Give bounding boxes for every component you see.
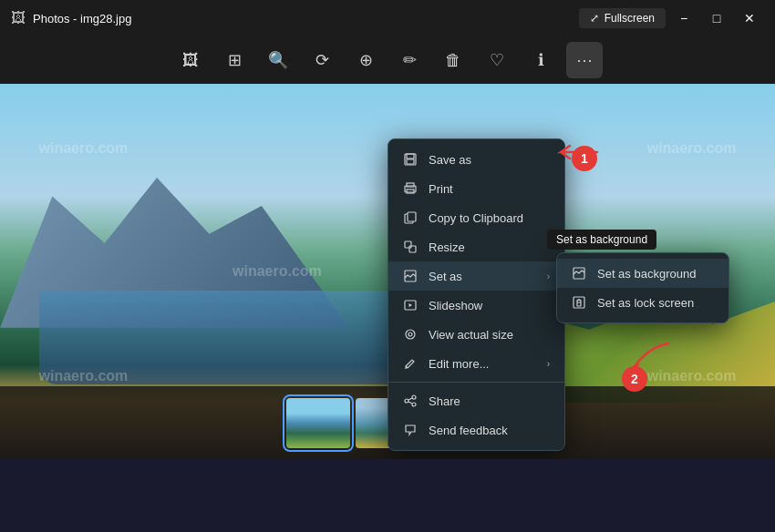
thumb-img-1 <box>286 398 350 448</box>
view-actual-icon <box>403 327 418 342</box>
title-bar-left: 🖼 Photos - img28.jpg <box>11 10 131 26</box>
menu-copy-clipboard[interactable]: Copy to Clipboard <box>388 203 564 232</box>
feedback-icon <box>403 423 418 437</box>
app-icon: 🖼 <box>11 10 26 26</box>
menu-slideshow[interactable]: Slideshow <box>388 291 564 320</box>
more-button[interactable]: ⋯ <box>566 42 603 78</box>
rotate-button[interactable]: ⟳ <box>304 42 340 78</box>
svg-rect-7 <box>408 212 416 221</box>
grid-button[interactable]: ⊞ <box>216 42 253 78</box>
step1-badge: 1 <box>572 146 597 171</box>
set-as-icon <box>403 269 418 283</box>
menu-view-actual[interactable]: View actual size <box>388 320 564 349</box>
tooltip-set-background: Set as background <box>547 230 656 250</box>
submenu-set-background[interactable]: Set as background <box>557 259 728 288</box>
clipboard-icon <box>403 210 418 225</box>
menu-print[interactable]: Print <box>388 174 564 203</box>
share-icon <box>403 394 418 408</box>
menu-resize[interactable]: Resize <box>388 232 564 261</box>
step2-badge: 2 <box>622 366 647 392</box>
close-button[interactable]: ✕ <box>735 5 764 31</box>
info-button[interactable]: ℹ <box>522 42 559 78</box>
svg-point-15 <box>405 399 408 403</box>
menu-share[interactable]: Share <box>388 386 564 415</box>
submenu: Set as background Set as lock screen <box>556 252 729 323</box>
menu-divider <box>388 382 564 383</box>
slideshow-icon <box>403 298 418 312</box>
crop-button[interactable]: ⊕ <box>347 42 384 78</box>
resize-icon <box>403 240 418 254</box>
toolbar: 🖼 ⊞ 🔍 ⟳ ⊕ ✏ 🗑 ♡ ℹ ⋯ <box>0 36 775 84</box>
print-icon <box>403 181 418 196</box>
svg-point-13 <box>408 332 412 336</box>
edit-icon <box>403 356 418 371</box>
title-bar-title: Photos - img28.jpg <box>33 12 131 26</box>
favorite-button[interactable]: ♡ <box>479 42 515 78</box>
svg-point-14 <box>412 395 416 399</box>
submenu-set-lockscreen[interactable]: Set as lock screen <box>557 288 728 317</box>
zoom-button[interactable]: 🔍 <box>260 42 296 78</box>
menu-save-as[interactable]: Save as <box>388 145 564 174</box>
set-as-arrow: › <box>547 271 550 281</box>
svg-point-16 <box>412 403 416 406</box>
minimize-button[interactable]: − <box>669 5 698 31</box>
context-menu: Save as Print Copy to Clipboard Resize S… <box>388 138 565 451</box>
view-button[interactable]: 🖼 <box>172 42 209 78</box>
svg-rect-2 <box>407 159 414 164</box>
menu-set-as[interactable]: Set as › <box>388 261 564 291</box>
svg-point-12 <box>406 330 415 339</box>
thumbnail-1[interactable] <box>286 398 350 448</box>
draw-button[interactable]: ✏ <box>391 42 428 78</box>
title-bar-controls: ⤢ Fullscreen − □ ✕ <box>579 5 764 31</box>
fullscreen-icon: ⤢ <box>590 12 599 25</box>
svg-rect-1 <box>407 154 414 159</box>
svg-rect-9 <box>409 246 416 252</box>
restore-button[interactable]: □ <box>702 5 731 31</box>
lockscreen-icon <box>572 295 586 310</box>
title-bar: 🖼 Photos - img28.jpg ⤢ Fullscreen − □ ✕ <box>0 0 775 36</box>
delete-button[interactable]: 🗑 <box>435 42 471 78</box>
menu-edit-more[interactable]: Edit more... › <box>388 349 564 378</box>
save-icon <box>403 152 418 167</box>
svg-rect-8 <box>405 241 411 248</box>
edit-arrow: › <box>547 359 550 369</box>
menu-send-feedback[interactable]: Send feedback <box>388 415 564 445</box>
svg-rect-19 <box>577 302 581 306</box>
main-image-area: winaero.com winaero.com winaero.com wina… <box>0 84 775 459</box>
background-icon <box>572 266 586 281</box>
fullscreen-button[interactable]: ⤢ Fullscreen <box>579 8 666 28</box>
